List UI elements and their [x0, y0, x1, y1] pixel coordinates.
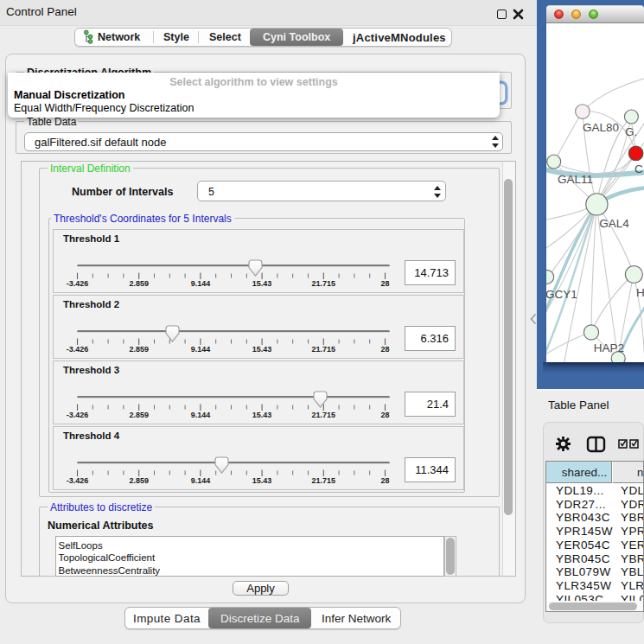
svg-text:H: H	[636, 286, 644, 299]
svg-text:C: C	[634, 163, 643, 175]
svg-text:GAL80: GAL80	[583, 121, 619, 134]
svg-text:GCY1: GCY1	[546, 288, 577, 301]
svg-text:G.: G.	[625, 125, 637, 138]
svg-text:GAL4: GAL4	[599, 217, 629, 230]
svg-text:GAL11: GAL11	[558, 173, 593, 186]
svg-text:HAP2: HAP2	[594, 341, 624, 354]
